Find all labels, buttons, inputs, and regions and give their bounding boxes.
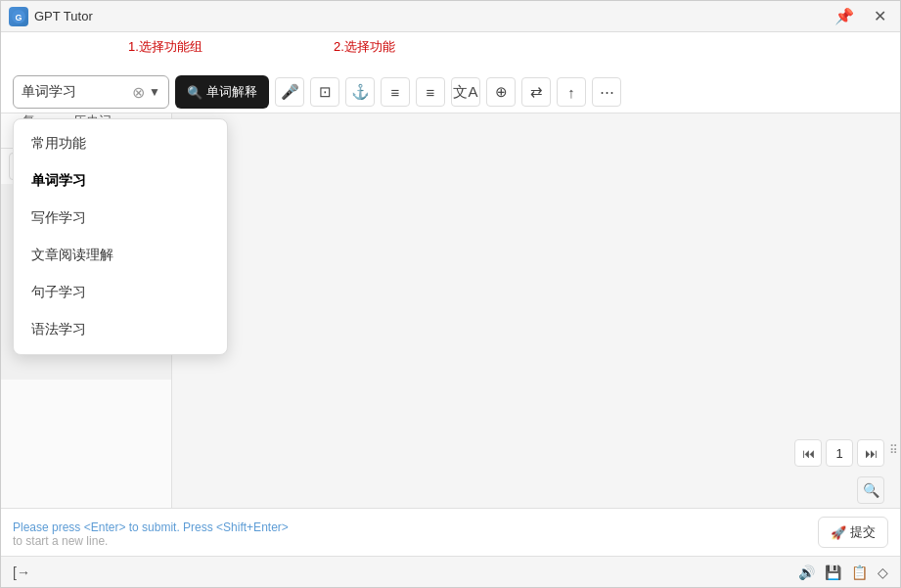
dropdown-item-writing[interactable]: 写作学习 xyxy=(14,200,227,237)
app-title: GPT Tutor xyxy=(34,9,829,23)
bottom-bar: [→ 🔊 💾 📋 ◇ xyxy=(1,556,900,587)
chevron-down-icon[interactable]: ▼ xyxy=(149,85,160,99)
rocket-icon: 🚀 xyxy=(831,525,846,540)
right-panel: ⠿ ⏮ 1 ⏭ 🔍 xyxy=(172,113,900,508)
volume-icon[interactable]: 🔊 xyxy=(798,565,815,580)
dropdown-item-reading[interactable]: 文章阅读理解 xyxy=(14,237,227,274)
bottom-icons: 🔊 💾 📋 ◇ xyxy=(798,565,888,580)
hint-text-line2: to start a new line. xyxy=(13,534,108,548)
submit-label: 提交 xyxy=(850,523,876,541)
swap-button[interactable]: ⇄ xyxy=(521,77,551,107)
list-button-2[interactable]: ≡ xyxy=(416,77,445,107)
sort-button[interactable]: ↑ xyxy=(557,77,586,107)
hint-text-line1: Please press <Enter> to submit. Press <S… xyxy=(13,520,289,534)
first-page-button[interactable]: ⏮ xyxy=(794,439,822,467)
function-group-select[interactable]: 单词学习 ⊗ ▼ xyxy=(13,75,169,109)
more-options-button[interactable]: ⋯ xyxy=(592,77,621,107)
select-value: 单词学习 xyxy=(22,83,132,101)
frame-button[interactable]: ⊡ xyxy=(310,77,339,107)
translate-button[interactable]: 文A xyxy=(451,77,480,107)
close-button[interactable]: ✕ xyxy=(868,5,892,27)
toolbar-row: 单词学习 ⊗ ▼ 🔍 单词解释 🎤 ⊡ ⚓ ≡ ≡ 文A ⊕ ⇄ ↑ ⋯ 常用功… xyxy=(1,71,900,113)
title-bar: G GPT Tutor 📌 ✕ xyxy=(1,1,900,32)
annotation-step1: 1.选择功能组 xyxy=(128,38,203,56)
pagination: ⏮ 1 ⏭ xyxy=(172,433,900,473)
input-area: Please press <Enter> to submit. Press <S… xyxy=(1,508,900,556)
content-area xyxy=(172,113,900,433)
current-page: 1 xyxy=(826,439,853,467)
title-bar-controls: 📌 ✕ xyxy=(829,5,892,27)
anchor-button[interactable]: ⚓ xyxy=(345,77,375,107)
annotation-step2: 2.选择功能 xyxy=(334,38,395,56)
pin-button[interactable]: 📌 xyxy=(829,5,860,27)
microphone-button[interactable]: 🎤 xyxy=(275,77,304,107)
dropdown-item-sentence[interactable]: 句子学习 xyxy=(14,274,227,311)
app-window: G GPT Tutor 📌 ✕ 1.选择功能组 2.选择功能 单词学习 ⊗ ▼ … xyxy=(0,0,901,588)
clear-icon[interactable]: ⊗ xyxy=(132,83,145,102)
last-page-button[interactable]: ⏭ xyxy=(857,439,884,467)
word-explain-button[interactable]: 🔍 单词解释 xyxy=(175,75,269,109)
app-icon: G xyxy=(9,7,28,26)
search-icon-area: 🔍 xyxy=(172,473,900,508)
resize-handle[interactable]: ⠿ xyxy=(889,443,898,457)
target-button[interactable]: ⊕ xyxy=(486,77,516,107)
search-button[interactable]: 🔍 xyxy=(857,476,884,504)
exit-button[interactable]: [→ xyxy=(13,565,30,580)
search-icon: 🔍 xyxy=(187,85,203,100)
submit-button[interactable]: 🚀 提交 xyxy=(818,517,888,548)
dropdown-item-grammar[interactable]: 语法学习 xyxy=(14,311,227,348)
svg-text:G: G xyxy=(15,13,22,23)
list-button-1[interactable]: ≡ xyxy=(381,77,410,107)
exit-button-area: [→ xyxy=(13,564,798,581)
dropdown-item-word-study[interactable]: 单词学习 xyxy=(14,162,227,200)
dropdown-item-common[interactable]: 常用功能 xyxy=(14,125,227,162)
input-hint: Please press <Enter> to submit. Press <S… xyxy=(13,517,810,548)
copy-icon[interactable]: 📋 xyxy=(851,565,868,580)
annotation-area: 1.选择功能组 2.选择功能 xyxy=(1,32,900,71)
word-explain-label: 单词解释 xyxy=(206,83,257,101)
save-icon[interactable]: 💾 xyxy=(825,565,841,580)
function-group-dropdown: 常用功能 单词学习 写作学习 文章阅读理解 句子学习 语法学习 xyxy=(13,118,228,355)
diamond-icon[interactable]: ◇ xyxy=(878,565,888,580)
